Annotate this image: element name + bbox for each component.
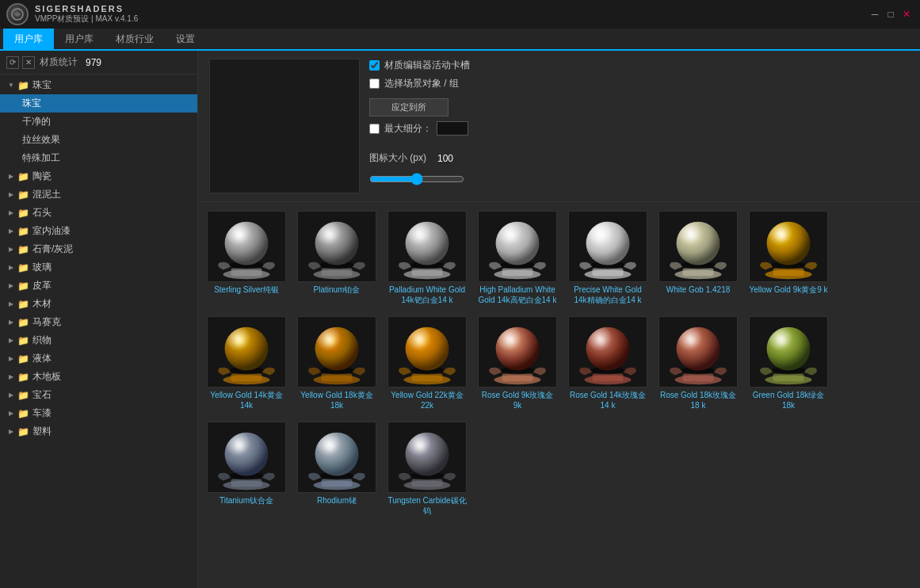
material-card-sterling-silver[interactable]: Sterling Silver纯银 [203, 207, 290, 309]
maximize-button[interactable]: □ [884, 7, 898, 21]
sidebar-item-floor[interactable]: ▶ 📁 木地板 [0, 368, 197, 386]
sidebar-item-special-label: 特殊加工 [22, 151, 60, 165]
material-card-tungsten-carbide[interactable]: Tungsten Carbide碳化钨 [384, 418, 471, 520]
material-card-yellow-gold-14k[interactable]: Yellow Gold 14k黄金14k [203, 312, 290, 414]
sidebar-item-gemstone[interactable]: ▶ 📁 宝石 [0, 386, 197, 404]
material-card-yellow-gold-22k[interactable]: Yellow Gold 22k黄金22k [384, 312, 471, 414]
material-card-green-gold-18k[interactable]: Green Gold 18k绿金18k [745, 312, 832, 414]
sidebar-item-plastic[interactable]: ▶ 📁 塑料 [0, 422, 197, 441]
sidebar-item-paint[interactable]: ▶ 📁 室内油漆 [0, 222, 197, 240]
sidebar-item-special[interactable]: 特殊加工 [0, 149, 197, 167]
sidebar-item-glass-label: 玻璃 [32, 261, 52, 274]
material-card-palladium-white-gold[interactable]: Palladium White Gold 14k钯白金14 k [384, 207, 471, 309]
material-preview-palladium-white-gold [387, 211, 467, 282]
sidebar-item-plaster[interactable]: ▶ 📁 石膏/灰泥 [0, 240, 197, 258]
sidebar-item-liquid[interactable]: ▶ 📁 液体 [0, 349, 197, 368]
material-name-platinum: Platinum铂金 [314, 284, 361, 295]
max-subdiv-checkbox[interactable] [369, 124, 380, 134]
material-preview-titanium [207, 422, 286, 493]
material-svg-platinum [298, 212, 376, 281]
minimize-button[interactable]: ─ [868, 7, 882, 21]
material-card-precise-white-gold[interactable]: Precise White Gold 14k精确的白金14 k [564, 207, 651, 309]
folder-icon-gemstone: 📁 [17, 390, 29, 401]
folder-icon-glass: 📁 [17, 262, 29, 273]
chevron-down-icon: ▼ [6, 81, 16, 90]
material-preview-rose-gold-18k [659, 316, 738, 388]
icon-size-slider[interactable] [369, 173, 464, 185]
material-card-yellow-gold-9k[interactable]: Yellow Gold 9k黄金9 k [745, 207, 832, 309]
svg-rect-74 [682, 373, 713, 381]
material-preview-rose-gold-9k [478, 316, 557, 388]
close-button[interactable]: ✕ [899, 7, 914, 21]
material-name-rose-gold-9k: Rose Gold 9k玫瑰金9k [478, 390, 557, 410]
svg-point-23 [496, 222, 540, 265]
svg-rect-86 [231, 479, 261, 487]
svg-rect-8 [321, 268, 352, 276]
sidebar-item-stone[interactable]: ▶ 📁 石头 [0, 204, 197, 222]
menu-material-industry[interactable]: 材质行业 [105, 29, 165, 49]
svg-rect-2 [231, 268, 261, 276]
sidebar-item-car-paint[interactable]: ▶ 📁 车漆 [0, 404, 197, 422]
material-editor-slot-checkbox[interactable] [369, 60, 380, 71]
material-preview-tungsten-carbide [387, 422, 467, 493]
sidebar-item-wood-label: 木材 [32, 297, 52, 311]
sidebar-item-leather[interactable]: ▶ 📁 皮革 [0, 277, 197, 295]
material-card-yellow-gold-18k[interactable]: Yellow Gold 18k黄金18k [293, 312, 380, 414]
material-svg-rhodium [298, 422, 376, 492]
sidebar-item-ceramics[interactable]: ▶ 📁 陶瓷 [0, 167, 197, 185]
material-card-high-palladium-white-gold[interactable]: High Palladium White Gold 14k高钯白金14 k [474, 207, 561, 309]
select-scene-object-label: 选择场景对象 / 组 [384, 77, 459, 90]
select-scene-object-checkbox[interactable] [369, 78, 380, 89]
material-card-platinum[interactable]: Platinum铂金 [293, 207, 380, 309]
material-svg-rose-gold-18k [659, 317, 737, 387]
sidebar-item-glass[interactable]: ▶ 📁 玻璃 [0, 258, 197, 277]
max-subdiv-input[interactable] [437, 121, 468, 136]
menu-user-library2[interactable]: 用户库 [54, 29, 105, 49]
material-preview-green-gold-18k [749, 316, 828, 388]
material-card-rose-gold-18k[interactable]: Rose Gold 18k玫瑰金18 k [655, 312, 742, 414]
folder-icon-mosaic: 📁 [17, 317, 29, 328]
material-name-sterling-silver: Sterling Silver纯银 [214, 284, 279, 295]
material-preview-high-palladium-white-gold [478, 211, 557, 282]
svg-rect-26 [592, 268, 623, 276]
material-svg-precise-white-gold [569, 212, 647, 281]
svg-rect-68 [592, 373, 623, 381]
sidebar-item-wood[interactable]: ▶ 📁 木材 [0, 295, 197, 313]
sidebar-refresh-button[interactable]: ⟳ [6, 56, 19, 69]
stats-count: 979 [86, 57, 101, 68]
sidebar-item-jewelry[interactable]: 珠宝 [0, 94, 197, 113]
sidebar-item-clean[interactable]: 干净的 [0, 113, 197, 131]
sidebar-item-mosaic[interactable]: ▶ 📁 马赛克 [0, 313, 197, 331]
sidebar-controls: ⟳ ✕ [6, 56, 35, 69]
svg-point-89 [225, 433, 269, 476]
menu-user-library[interactable]: 用户库 [3, 29, 54, 49]
material-preview-yellow-gold-9k [749, 211, 828, 282]
app-subtitle: VMPP材质预设 | MAX v.4.1.6 [35, 13, 138, 25]
apply-button[interactable]: 应定到所 [369, 98, 449, 116]
sidebar-item-fabric[interactable]: ▶ 📁 织物 [0, 331, 197, 349]
sidebar-item-paint-label: 室内油漆 [32, 224, 71, 238]
sidebar-item-concrete[interactable]: ▶ 📁 混泥土 [0, 185, 197, 204]
sidebar-close-button[interactable]: ✕ [22, 56, 35, 69]
material-name-yellow-gold-18k: Yellow Gold 18k黄金18k [297, 390, 376, 410]
material-card-rose-gold-9k[interactable]: Rose Gold 9k玫瑰金9k [474, 312, 561, 414]
material-name-yellow-gold-22k: Yellow Gold 22k黄金22k [387, 390, 467, 410]
settings-area: 材质编辑器活动卡槽 选择场景对象 / 组 应定到所 最大细分： 图标大小 (px… [198, 51, 920, 202]
chevron-right-icon-carpaint: ▶ [6, 409, 16, 418]
svg-point-71 [586, 327, 630, 371]
material-card-white-gold-18k[interactable]: White Gob 1.4218 [655, 207, 742, 309]
icon-size-label: 图标大小 (px) [369, 151, 426, 165]
menu-settings[interactable]: 设置 [165, 29, 206, 49]
material-preview-yellow-gold-14k [207, 316, 286, 388]
material-card-titanium[interactable]: Titanium钛合金 [203, 418, 290, 520]
material-name-high-palladium-white-gold: High Palladium White Gold 14k高钯白金14 k [478, 284, 557, 305]
chevron-right-icon-gemstone: ▶ [6, 391, 16, 400]
material-card-rhodium[interactable]: Rhodium铑 [293, 418, 380, 520]
sidebar-item-car-paint-label: 车漆 [32, 407, 52, 420]
sidebar-item-jewelry-parent[interactable]: ▼ 📁 珠宝 [0, 76, 197, 94]
sidebar-item-brushed[interactable]: 拉丝效果 [0, 131, 197, 149]
svg-point-42 [777, 231, 785, 239]
sidebar-item-gemstone-label: 宝石 [32, 388, 52, 402]
material-card-rose-gold-14k[interactable]: Rose Gold 14k玫瑰金14 k [564, 312, 651, 414]
svg-point-90 [235, 442, 243, 450]
